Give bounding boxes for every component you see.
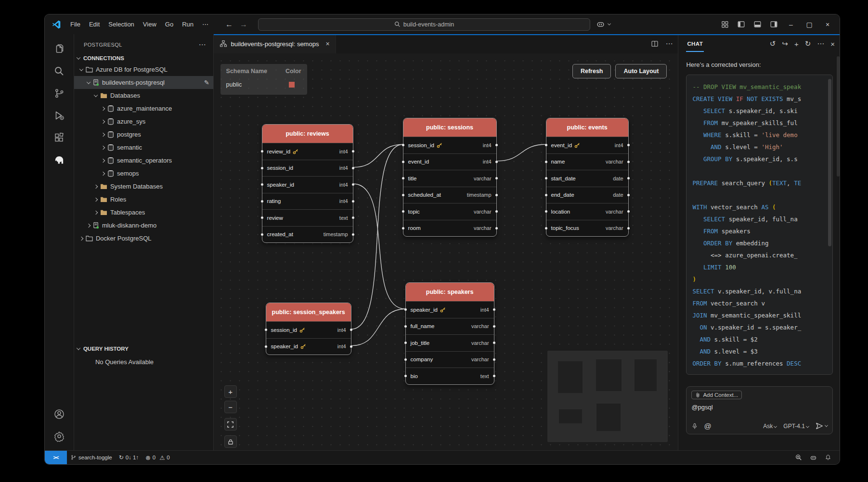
sidebar-item-buildevents-postgresql[interactable]: buildevents-postgresql✎ (74, 76, 213, 89)
zoom-out-button[interactable]: − (224, 401, 237, 413)
table-column-event_id[interactable]: event_idint4 (546, 137, 628, 153)
connection-handle[interactable] (402, 227, 404, 229)
connection-handle[interactable] (261, 216, 263, 219)
fit-view-button[interactable] (224, 418, 237, 431)
connection-handle[interactable] (352, 216, 354, 219)
connection-handle[interactable] (627, 161, 630, 163)
table-column-review[interactable]: reviewtext (262, 209, 353, 226)
tab-close-icon[interactable]: × (325, 40, 329, 48)
model-picker[interactable]: GPT-4.1 (783, 423, 809, 430)
table-column-session_id[interactable]: session_idint4 (262, 160, 353, 177)
sidebar-item-system-databases[interactable]: System Databases (74, 180, 213, 193)
split-editor-icon[interactable] (651, 40, 659, 48)
connection-handle[interactable] (495, 177, 498, 179)
menu-item-file[interactable]: File (66, 18, 85, 31)
connection-handle[interactable] (404, 375, 407, 377)
table-column-session_id[interactable]: session_idint4 (266, 321, 351, 338)
connection-handle[interactable] (627, 194, 630, 196)
table-column-scheduled_at[interactable]: scheduled_attimestamp (403, 187, 496, 203)
close-button[interactable]: × (819, 14, 836, 34)
connection-handle[interactable] (350, 329, 352, 331)
table-column-speaker_id[interactable]: speaker_idint4 (262, 176, 353, 193)
table-node-reviews[interactable]: public: reviewsreview_idint4session_idin… (262, 124, 353, 243)
menu-item-view[interactable]: View (139, 18, 161, 31)
table-header[interactable]: public: session_speakers (266, 303, 351, 321)
connection-handle[interactable] (493, 342, 495, 344)
table-column-speaker_id[interactable]: speaker_idint4 (406, 301, 494, 318)
connection-handle[interactable] (402, 161, 404, 163)
zoom-in-button[interactable]: + (224, 385, 237, 398)
minimize-button[interactable]: – (783, 14, 799, 34)
connection-handle[interactable] (627, 177, 630, 179)
mic-icon[interactable] (691, 422, 698, 430)
connection-handle[interactable] (493, 358, 495, 361)
relationship-edge-session_speakers.speaker_id-speakers.speaker_id[interactable] (351, 309, 405, 346)
settings-gear-icon[interactable] (48, 425, 71, 447)
table-node-session_speakers[interactable]: public: session_speakerssession_idint4sp… (266, 303, 351, 355)
undo-icon[interactable]: ↺ (770, 39, 776, 48)
tab-schema-diagram[interactable]: buildevents-postgresql: semops × (214, 34, 336, 53)
table-column-bio[interactable]: biotext (406, 368, 494, 384)
connection-handle[interactable] (261, 200, 263, 203)
connection-handle[interactable] (404, 308, 407, 311)
connection-handle[interactable] (352, 150, 354, 152)
redo-icon[interactable]: ↪ (782, 39, 788, 48)
sidebar-more-icon[interactable]: ⋯ (199, 40, 207, 49)
table-header[interactable]: public: sessions (403, 118, 496, 137)
table-column-end_date[interactable]: end_datedate (546, 187, 628, 203)
connection-handle[interactable] (402, 177, 404, 179)
forward-button[interactable]: → (240, 20, 247, 29)
lock-button[interactable] (224, 435, 237, 448)
connection-handle[interactable] (402, 210, 404, 213)
mode-picker[interactable]: Ask (763, 423, 777, 430)
customize-layout-button[interactable] (717, 18, 732, 31)
connection-handle[interactable] (495, 210, 498, 213)
chat-tab[interactable]: CHAT (686, 36, 704, 52)
connection-handle[interactable] (404, 325, 407, 328)
connection-handle[interactable] (352, 200, 354, 203)
extensions-icon[interactable] (48, 127, 71, 149)
connection-handle[interactable] (545, 177, 547, 179)
connection-handle[interactable] (545, 210, 547, 213)
connection-handle[interactable] (627, 144, 630, 146)
chat-history-icon[interactable]: ↻ (805, 39, 811, 48)
postgresql-view-icon[interactable] (48, 149, 71, 171)
sidebar-item-docker-postgresql[interactable]: Docker PostgreSQL (74, 232, 213, 245)
table-header[interactable]: public: speakers (406, 283, 494, 301)
relationship-edge-session_speakers.session_id-sessions.session_id[interactable] (351, 144, 403, 329)
add-context-button[interactable]: Add Context... (691, 391, 742, 399)
sidebar-item-semops[interactable]: semops (74, 167, 213, 180)
diagram-minimap[interactable] (547, 351, 668, 442)
chat-close-icon[interactable]: × (830, 40, 835, 48)
table-node-speakers[interactable]: public: speakersspeaker_idint4full_namev… (405, 282, 494, 385)
connection-handle[interactable] (261, 150, 263, 152)
connection-handle[interactable] (402, 194, 404, 196)
refresh-button[interactable]: Refresh (572, 64, 611, 78)
sidebar-item-azure-sys[interactable]: azure_sys (74, 115, 213, 128)
search-view-icon[interactable] (48, 60, 71, 82)
er-diagram-canvas[interactable]: Schema Name Color public Refresh Auto La… (214, 53, 678, 450)
connection-handle[interactable] (495, 194, 498, 196)
code-scrollbar[interactable] (828, 79, 831, 246)
connection-handle[interactable] (404, 342, 407, 344)
sidebar-item-mluk-diskann-demo[interactable]: mluk-diskann-demo (74, 219, 213, 232)
menu-item-run[interactable]: Run (178, 18, 198, 31)
connection-handle[interactable] (404, 358, 407, 361)
mention-icon[interactable]: @ (704, 422, 711, 430)
copilot-menu[interactable] (596, 20, 610, 29)
back-button[interactable]: ← (225, 20, 233, 29)
table-header[interactable]: public: reviews (262, 125, 353, 143)
toggle-secondary-sidebar-button[interactable] (766, 18, 781, 31)
table-header[interactable]: public: events (546, 118, 628, 137)
maximize-button[interactable]: ▢ (801, 14, 817, 34)
sidebar-item-semantic-operators[interactable]: semantic_operators (74, 154, 213, 167)
table-column-topic[interactable]: topicvarchar (403, 203, 496, 220)
connection-handle[interactable] (261, 167, 263, 169)
editor-more-actions-icon[interactable]: ⋯ (665, 39, 673, 48)
relationship-edge-reviews.session_id-sessions.session_id[interactable] (353, 144, 403, 167)
problems-item[interactable]: ⊗ 0 ⚠ 0 (142, 451, 173, 464)
table-column-room[interactable]: roomvarchar (403, 220, 496, 237)
connections-section-header[interactable]: CONNECTIONS (74, 53, 213, 63)
table-column-title[interactable]: titlevarchar (403, 170, 496, 187)
table-column-job_title[interactable]: job_titlevarchar (406, 334, 494, 351)
